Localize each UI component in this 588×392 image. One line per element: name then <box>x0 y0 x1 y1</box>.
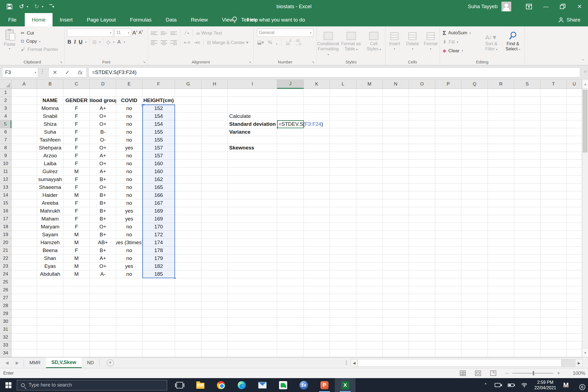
cell-L12[interactable] <box>330 176 356 183</box>
cell-E25[interactable] <box>116 278 142 286</box>
cell-T34[interactable] <box>540 349 567 357</box>
column-header-R[interactable]: R <box>488 79 514 89</box>
cell-U17[interactable] <box>567 215 582 223</box>
percent-style-icon[interactable]: % <box>268 40 272 45</box>
cell-P19[interactable] <box>435 231 461 239</box>
cell-Q10[interactable] <box>461 160 488 168</box>
cell-E8[interactable]: yes <box>116 144 142 152</box>
row-header-32[interactable]: 32 <box>0 333 11 341</box>
cell-A16[interactable] <box>11 207 37 215</box>
cell-Q5[interactable] <box>461 120 488 128</box>
cell-A34[interactable] <box>11 349 37 357</box>
cell-A27[interactable] <box>11 294 37 302</box>
cell-C26[interactable] <box>63 286 90 294</box>
align-left-icon[interactable] <box>151 40 157 45</box>
cell-N1[interactable] <box>383 89 409 97</box>
format-painter-button[interactable]: 🖌Format Painter <box>19 46 60 53</box>
cell-R30[interactable] <box>488 318 514 326</box>
cell-M15[interactable] <box>356 199 383 207</box>
cell-T16[interactable] <box>540 207 567 215</box>
row-header-7[interactable]: 7 <box>0 136 11 144</box>
cell-D15[interactable]: B+ <box>90 199 116 207</box>
cell-M28[interactable] <box>356 302 383 310</box>
cell-E28[interactable] <box>116 302 142 310</box>
camera-icon[interactable] <box>495 383 501 387</box>
horizontal-scrollbar[interactable]: ◀ ▶ <box>351 359 583 367</box>
cell-E12[interactable]: no <box>116 176 142 183</box>
cell-E5[interactable]: no <box>116 120 142 128</box>
restore-button[interactable] <box>554 0 571 13</box>
cell-F10[interactable]: 160 <box>142 160 175 168</box>
cell-D16[interactable]: B+ <box>90 207 116 215</box>
redo-dropdown-icon[interactable]: ▾ <box>42 5 44 8</box>
alignment-dialog-launcher-icon[interactable]: ↘ <box>248 60 252 64</box>
cell-J29[interactable] <box>277 310 304 318</box>
cell-O34[interactable] <box>409 349 435 357</box>
cell-B24[interactable]: Abdullah <box>37 270 63 278</box>
cell-R15[interactable] <box>488 199 514 207</box>
cell-G11[interactable] <box>175 168 201 176</box>
cell-G15[interactable] <box>175 199 201 207</box>
cell-I24[interactable] <box>228 270 277 278</box>
cell-J18[interactable] <box>277 223 304 231</box>
cell-E32[interactable] <box>116 333 142 341</box>
cell-R3[interactable] <box>488 105 514 112</box>
account-name[interactable]: Suha Tayyeb <box>468 4 498 10</box>
font-name-combo[interactable]: ▾ <box>67 29 113 37</box>
cell-K20[interactable] <box>304 239 330 247</box>
cell-B1[interactable] <box>37 89 63 97</box>
cell-S7[interactable] <box>514 136 540 144</box>
cell-T12[interactable] <box>540 176 567 183</box>
cell-E16[interactable]: yes <box>116 207 142 215</box>
cell-S20[interactable] <box>514 239 540 247</box>
cell-S12[interactable] <box>514 176 540 183</box>
cell-C10[interactable]: F <box>63 160 90 168</box>
cell-K29[interactable] <box>304 310 330 318</box>
scroll-down-icon[interactable]: ▼ <box>582 348 588 357</box>
cell-B32[interactable] <box>37 333 63 341</box>
cell-M30[interactable] <box>356 318 383 326</box>
cell-Q7[interactable] <box>461 136 488 144</box>
cell-T10[interactable] <box>540 160 567 168</box>
cell-M25[interactable] <box>356 278 383 286</box>
cell-M9[interactable] <box>356 152 383 160</box>
ribbon-display-options-icon[interactable] <box>520 0 537 13</box>
cell-G4[interactable] <box>175 112 201 120</box>
tab-page-layout[interactable]: Page Layout <box>80 13 123 26</box>
cell-Q28[interactable] <box>461 302 488 310</box>
increase-indent-icon[interactable]: ⇥≡ <box>194 40 200 45</box>
cell-E24[interactable]: no <box>116 270 142 278</box>
cell-P24[interactable] <box>435 270 461 278</box>
row-header-21[interactable]: 21 <box>0 247 11 255</box>
cell-K32[interactable] <box>304 333 330 341</box>
align-top-icon[interactable] <box>151 32 157 35</box>
cell-K30[interactable] <box>304 318 330 326</box>
cell-H24[interactable] <box>201 270 228 278</box>
cell-T19[interactable] <box>540 231 567 239</box>
cell-D21[interactable]: B+ <box>90 247 116 255</box>
cell-F3[interactable]: 152 <box>142 105 175 112</box>
cell-H23[interactable] <box>201 262 228 270</box>
excel-button[interactable]: X <box>335 378 356 392</box>
cell-I13[interactable] <box>228 183 277 191</box>
m-app-icon[interactable]: M <box>563 381 568 389</box>
row-header-28[interactable]: 28 <box>0 302 11 310</box>
cell-N11[interactable] <box>383 168 409 176</box>
cell-O12[interactable] <box>409 176 435 183</box>
cell-M20[interactable] <box>356 239 383 247</box>
cell-P26[interactable] <box>435 286 461 294</box>
cell-R7[interactable] <box>488 136 514 144</box>
cell-P12[interactable] <box>435 176 461 183</box>
cell-L29[interactable] <box>330 310 356 318</box>
cell-S34[interactable] <box>514 349 540 357</box>
cell-R18[interactable] <box>488 223 514 231</box>
cell-Q6[interactable] <box>461 128 488 136</box>
cell-L2[interactable] <box>330 97 356 105</box>
spss-button[interactable]: Σα <box>293 378 314 392</box>
cell-N8[interactable] <box>383 144 409 152</box>
cell-D10[interactable]: O+ <box>90 160 116 168</box>
cell-Q8[interactable] <box>461 144 488 152</box>
cell-L20[interactable] <box>330 239 356 247</box>
redo-icon[interactable]: ↻ <box>33 3 40 10</box>
cell-U33[interactable] <box>567 341 582 349</box>
